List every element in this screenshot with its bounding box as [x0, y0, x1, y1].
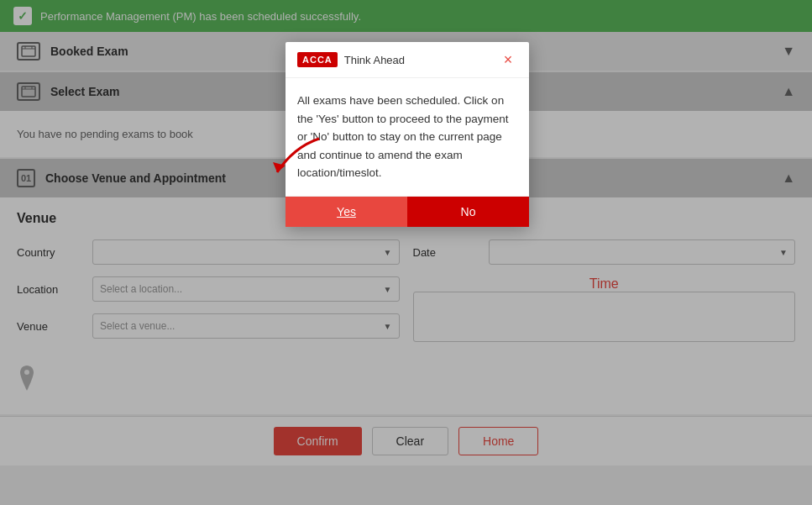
modal-logo: ACCA Think Ahead — [297, 52, 405, 67]
modal-yes-button[interactable]: Yes — [286, 197, 407, 227]
think-ahead-text: Think Ahead — [344, 54, 405, 66]
modal-header: ACCA Think Ahead × — [286, 42, 529, 78]
modal-overlay: ACCA Think Ahead × All exams have been s… — [0, 0, 812, 505]
modal-message: All exams have been scheduled. Click on … — [297, 94, 509, 179]
svg-marker-9 — [273, 162, 286, 172]
modal-no-button[interactable]: No — [407, 197, 529, 227]
acca-logo: ACCA — [297, 52, 338, 67]
modal-footer: Yes No — [286, 196, 529, 227]
confirmation-modal: ACCA Think Ahead × All exams have been s… — [286, 42, 529, 227]
modal-close-button[interactable]: × — [499, 50, 517, 69]
modal-body: All exams have been scheduled. Click on … — [286, 78, 529, 196]
